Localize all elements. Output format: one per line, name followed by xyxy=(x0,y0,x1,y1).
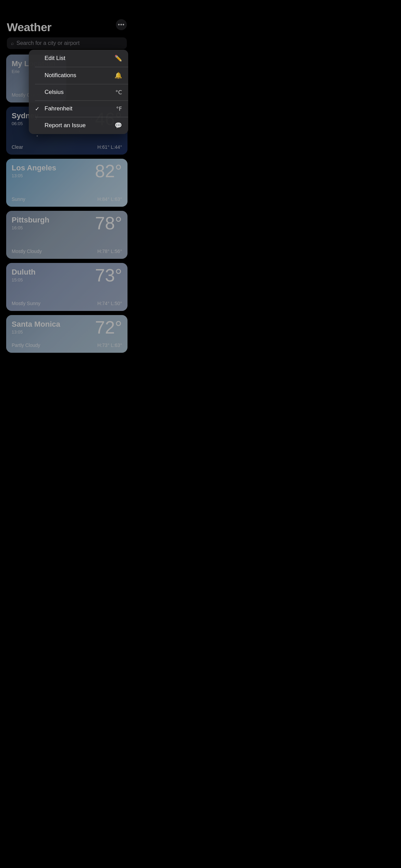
dropdown-item-notifications[interactable]: Notifications 🔔 xyxy=(29,67,128,84)
dropdown-label-celsius: Celsius xyxy=(45,89,64,96)
weather-card-los-angeles[interactable]: Los Angeles 13:05 82° Sunny H:84° L:63° xyxy=(6,159,127,207)
fahrenheit-icon: °F xyxy=(116,106,122,112)
dropdown-item-celsius[interactable]: Celsius °C xyxy=(29,84,128,100)
card-condition-sydney: Clear xyxy=(12,144,23,150)
card-hl-los-angeles: H:84° L:63° xyxy=(97,196,122,202)
dropdown-label-notifications: Notifications xyxy=(45,72,76,79)
card-time-los-angeles: 13:05 xyxy=(12,173,56,178)
dropdown-label-report-issue: Report an Issue xyxy=(45,122,86,129)
card-temp-los-angeles: 82° xyxy=(95,162,122,180)
card-temp-santa-monica: 72° xyxy=(95,318,122,336)
search-icon: ⌕ xyxy=(11,40,14,46)
card-hl-pittsburgh: H:78° L:56° xyxy=(97,249,122,254)
dropdown-label-edit-list: Edit List xyxy=(45,55,65,62)
dropdown-item-edit-list[interactable]: Edit List ✏️ xyxy=(29,50,128,67)
bell-icon: 🔔 xyxy=(114,72,122,79)
card-hl-santa-monica: H:73° L:63° xyxy=(97,342,122,348)
card-temp-pittsburgh: 78° xyxy=(95,214,122,232)
card-hl-sydney: H:61° L:44° xyxy=(97,144,122,150)
dropdown-item-report-issue[interactable]: Report an Issue 💬 xyxy=(29,117,128,134)
checkmark-fahrenheit: ✓ xyxy=(35,106,41,112)
card-condition-santa-monica: Partly Cloudy xyxy=(12,342,40,348)
card-condition-los-angeles: Sunny xyxy=(12,196,25,202)
weather-card-santa-monica[interactable]: Santa Monica 13:05 72° Partly Cloudy H:7… xyxy=(6,315,127,353)
weather-card-duluth[interactable]: Duluth 15:05 73° Mostly Sunny H:74° L:50… xyxy=(6,263,127,311)
dropdown-item-fahrenheit[interactable]: ✓ Fahrenheit °F xyxy=(29,100,128,117)
card-time-pittsburgh: 16:05 xyxy=(12,225,49,230)
card-city-los-angeles: Los Angeles xyxy=(12,164,56,172)
dropdown-label-fahrenheit: Fahrenheit xyxy=(45,105,72,112)
page-title: Weather xyxy=(0,0,134,37)
search-bar[interactable]: ⌕ Search for a city or airport xyxy=(7,37,127,49)
card-condition-pittsburgh: Mostly Cloudy xyxy=(12,249,42,254)
dropdown-menu: Edit List ✏️ Notifications 🔔 Celsius °C … xyxy=(29,50,128,134)
card-city-pittsburgh: Pittsburgh xyxy=(12,216,49,225)
card-temp-duluth: 73° xyxy=(95,266,122,284)
card-city-duluth: Duluth xyxy=(12,268,36,277)
celsius-icon: °C xyxy=(116,89,122,96)
more-button[interactable]: ••• xyxy=(116,19,127,30)
weather-card-pittsburgh[interactable]: Pittsburgh 16:05 78° Mostly Cloudy H:78°… xyxy=(6,211,127,259)
report-icon: 💬 xyxy=(114,122,122,129)
card-condition-duluth: Mostly Sunny xyxy=(12,301,40,306)
card-time-santa-monica: 13:05 xyxy=(12,329,60,335)
search-placeholder-text: Search for a city or airport xyxy=(16,40,80,46)
card-city-santa-monica: Santa Monica xyxy=(12,320,60,329)
more-dots-icon: ••• xyxy=(118,22,125,27)
pencil-icon: ✏️ xyxy=(114,55,122,62)
card-hl-duluth: H:74° L:50° xyxy=(97,301,122,306)
card-time-duluth: 15:05 xyxy=(12,277,36,282)
